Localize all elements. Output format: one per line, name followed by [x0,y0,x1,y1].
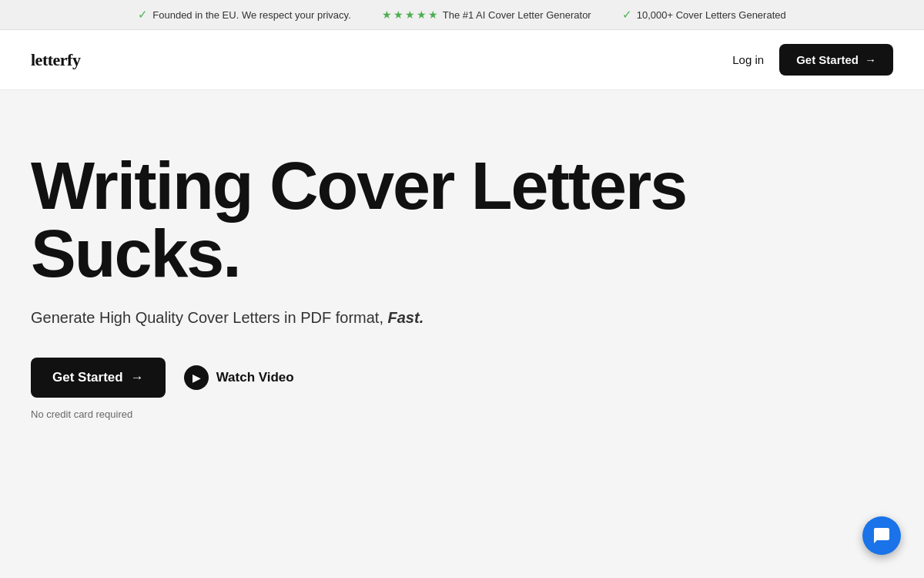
banner-item-count: ✓ 10,000+ Cover Letters Generated [622,8,786,22]
hero-section: Writing Cover Letters Sucks. Generate Hi… [0,90,924,451]
hero-subtext-emphasis: Fast. [388,309,424,326]
star-1: ★ [382,8,392,21]
star-3: ★ [405,8,415,21]
navbar: letterfy Log in Get Started → [0,30,924,90]
no-credit-text: No credit card required [31,408,893,420]
banner-item-privacy: ✓ Founded in the EU. We respect your pri… [138,8,350,22]
banner-item-rating: ★ ★ ★ ★ ★ The #1 AI Cover Letter Generat… [382,8,591,21]
hero-cta: Get Started → ▶ Watch Video [31,358,893,398]
arrow-icon-hero: → [131,370,144,385]
hero-subtext: Generate High Quality Cover Letters in P… [31,309,893,327]
logo[interactable]: letterfy [31,50,80,70]
banner-count-text: 10,000+ Cover Letters Generated [637,9,786,21]
chat-icon [872,526,891,545]
nav-actions: Log in Get Started → [732,44,893,76]
arrow-icon-nav: → [865,53,876,66]
watch-video-label: Watch Video [216,370,294,385]
check-icon: ✓ [138,8,148,22]
login-button[interactable]: Log in [732,53,764,66]
banner-rating-text: The #1 AI Cover Letter Generator [443,9,591,21]
hero-headline: Writing Cover Letters Sucks. [31,152,770,287]
check-icon-2: ✓ [622,8,632,22]
play-icon: ▶ [184,365,209,390]
get-started-nav-label: Get Started [796,53,859,66]
get-started-nav-button[interactable]: Get Started → [779,44,893,76]
get-started-hero-button[interactable]: Get Started → [31,358,166,398]
star-rating: ★ ★ ★ ★ ★ [382,8,438,21]
get-started-hero-label: Get Started [52,370,123,385]
star-2: ★ [393,8,403,21]
banner-privacy-text: Founded in the EU. We respect your priva… [152,9,350,21]
hero-subtext-main: Generate High Quality Cover Letters in P… [31,309,383,326]
chat-support-button[interactable] [862,516,901,555]
watch-video-button[interactable]: ▶ Watch Video [184,365,294,390]
top-banner: ✓ Founded in the EU. We respect your pri… [0,0,924,30]
star-5: ★ [428,8,438,21]
star-4: ★ [417,8,427,21]
